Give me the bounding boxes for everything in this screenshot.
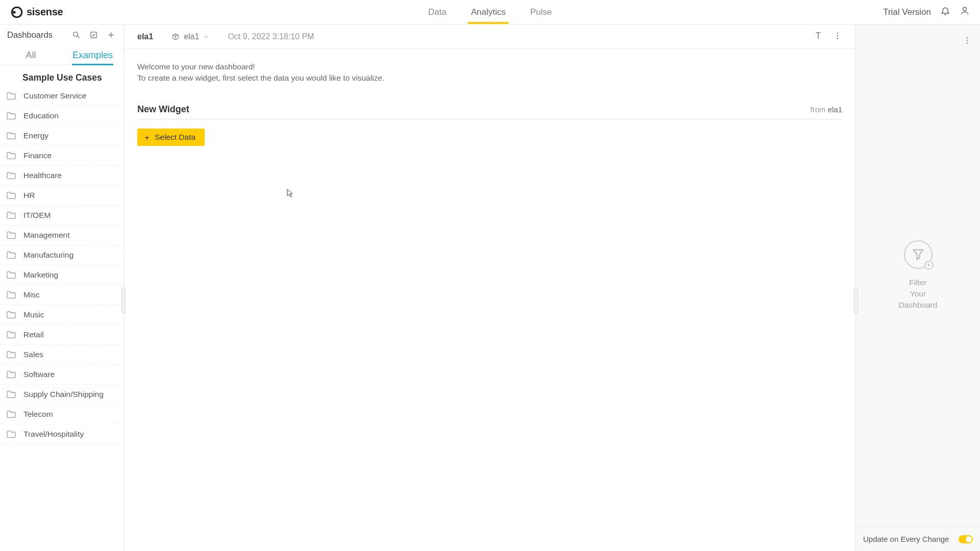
tab-pulse[interactable]: Pulse [530,0,552,24]
search-icon[interactable] [70,30,82,41]
brand-logo-icon [10,6,23,19]
select-icon[interactable] [88,30,99,41]
folder-label: Music [23,310,44,319]
brand-logo[interactable]: sisense [10,6,63,19]
chevron-down-icon [203,34,209,40]
filter-panel-splitter[interactable] [854,288,858,313]
sidebar-title: Dashboards [7,30,64,40]
text-mode-icon[interactable] [814,31,823,42]
folder-list: Customer ServiceEducationEnergyFinanceHe… [0,86,124,551]
update-on-change-label: Update on Every Change [863,535,949,543]
folder-item[interactable]: Marketing [0,265,124,285]
folder-label: Misc [23,290,40,299]
user-icon[interactable] [960,6,970,18]
cube-icon [172,33,180,41]
folder-icon [6,251,16,259]
folder-icon [6,152,16,160]
folder-label: Retail [23,330,44,339]
sidebar: Dashboards All Examples Sample Use Cases… [0,24,124,551]
svg-rect-4 [90,32,96,38]
select-data-label: Select Data [155,133,195,142]
folder-item[interactable]: Energy [0,126,124,146]
folder-item[interactable]: Education [0,106,124,126]
folder-label: Customer Service [23,91,86,101]
folder-icon [6,92,16,100]
welcome-subtitle: To create a new widget, first select the… [137,73,842,83]
update-on-change-toggle[interactable] [959,535,973,543]
widget-from: from ela1 [810,105,842,114]
dashboard-menu-icon[interactable] [833,31,842,42]
svg-point-3 [73,32,78,37]
folder-item[interactable]: Misc [0,285,124,305]
folder-icon [6,112,16,120]
sidebar-tab-all[interactable]: All [0,45,62,65]
trial-label: Trial Version [883,7,931,17]
main-content: ela1 ela1 Oct 9, 2022 3:18:10 PM Welcome… [124,24,855,551]
folder-label: Finance [23,151,52,160]
tab-data[interactable]: Data [428,0,447,24]
top-nav: sisense Data Analytics Pulse Trial Versi… [0,0,980,24]
svg-point-2 [963,7,967,11]
folder-label: IT/OEM [23,211,51,220]
filter-panel-menu-icon[interactable] [963,36,972,47]
folder-icon [6,171,16,180]
folder-item[interactable]: Retail [0,325,124,345]
folder-icon [6,390,16,398]
folder-item[interactable]: Healthcare [0,166,124,186]
folder-icon [6,211,16,219]
folder-label: Manufacturing [23,251,74,260]
svg-point-1 [13,11,16,14]
dashboard-body: Welcome to your new dashboard! To create… [124,49,855,551]
filter-text-line1: Filter [909,277,926,288]
dashboard-name: ela1 [137,32,153,41]
folder-icon [6,331,16,339]
folder-label: Healthcare [23,171,62,180]
welcome-title: Welcome to your new dashboard! [137,62,842,71]
filter-text-line2: Your [910,288,926,299]
add-filter-badge-icon: + [924,261,934,270]
folder-icon [6,410,16,418]
folder-item[interactable]: Supply Chain/Shipping [0,385,124,405]
select-data-button[interactable]: + Select Data [137,129,205,146]
plus-icon: + [144,133,150,142]
folder-label: Education [23,111,59,120]
filter-footer: Update on Every Change [856,527,980,551]
folder-icon [6,350,16,359]
filter-empty-state[interactable]: + Filter Your Dashboard [856,24,980,527]
folder-item[interactable]: Music [0,305,124,325]
brand-name: sisense [27,6,63,18]
folder-label: Software [23,370,55,379]
folder-icon [6,291,16,299]
folder-item[interactable]: HR [0,186,124,206]
folder-label: Sales [23,350,43,359]
sidebar-section-title: Sample Use Cases [0,65,124,86]
folder-label: Management [23,231,69,240]
folder-item[interactable]: Telecom [0,405,124,424]
datasource-selector[interactable]: ela1 [172,32,209,41]
widget-header: New Widget from ela1 [137,104,842,119]
folder-item[interactable]: Travel/Hospitality [0,424,124,444]
folder-item[interactable]: Sales [0,345,124,365]
add-dashboard-icon[interactable] [105,30,116,41]
folder-label: Travel/Hospitality [23,430,84,439]
folder-item[interactable]: Customer Service [0,86,124,106]
sidebar-tab-examples[interactable]: Examples [62,45,124,65]
folder-icon [6,191,16,199]
cursor-icon [287,189,294,198]
folder-label: Telecom [23,410,53,419]
notifications-icon[interactable] [940,6,950,18]
folder-icon [6,430,16,438]
folder-item[interactable]: IT/OEM [0,206,124,226]
folder-item[interactable]: Finance [0,146,124,166]
tab-analytics[interactable]: Analytics [471,0,506,24]
svg-point-9 [967,40,968,41]
datasource-name: ela1 [184,32,199,41]
svg-point-8 [967,37,968,38]
folder-item[interactable]: Management [0,226,124,245]
folder-item[interactable]: Software [0,365,124,385]
folder-icon [6,370,16,379]
folder-icon [6,311,16,319]
svg-point-7 [837,37,839,39]
folder-item[interactable]: Manufacturing [0,245,124,265]
folder-label: Marketing [23,270,58,280]
